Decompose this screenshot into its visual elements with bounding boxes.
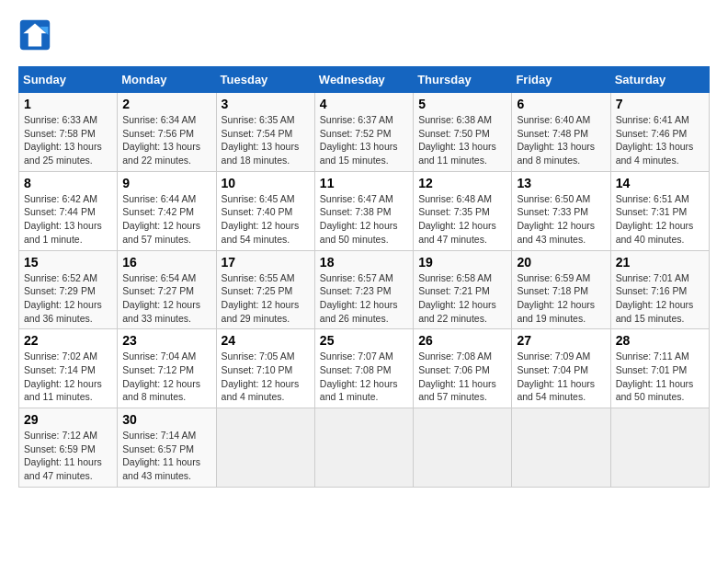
calendar-cell: 16 Sunrise: 6:54 AMSunset: 7:27 PMDaylig… bbox=[118, 250, 216, 329]
day-detail: Sunrise: 7:11 AMSunset: 7:01 PMDaylight:… bbox=[616, 350, 694, 402]
day-number: 19 bbox=[418, 255, 506, 270]
day-number: 29 bbox=[24, 412, 112, 427]
calendar-cell: 19 Sunrise: 6:58 AMSunset: 7:21 PMDaylig… bbox=[414, 250, 512, 329]
calendar-cell: 29 Sunrise: 7:12 AMSunset: 6:59 PMDaylig… bbox=[19, 408, 118, 488]
calendar-week-row: 29 Sunrise: 7:12 AMSunset: 6:59 PMDaylig… bbox=[19, 408, 710, 488]
day-number: 18 bbox=[320, 255, 408, 270]
day-detail: Sunrise: 6:59 AMSunset: 7:18 PMDaylight:… bbox=[517, 272, 595, 324]
day-detail: Sunrise: 6:38 AMSunset: 7:50 PMDaylight:… bbox=[418, 114, 496, 166]
col-header-friday: Friday bbox=[512, 67, 610, 93]
day-detail: Sunrise: 6:47 AMSunset: 7:38 PMDaylight:… bbox=[320, 193, 398, 245]
day-detail: Sunrise: 6:48 AMSunset: 7:35 PMDaylight:… bbox=[418, 193, 496, 245]
calendar-cell: 27 Sunrise: 7:09 AMSunset: 7:04 PMDaylig… bbox=[512, 329, 610, 408]
col-header-monday: Monday bbox=[118, 67, 216, 93]
calendar-cell: 13 Sunrise: 6:50 AMSunset: 7:33 PMDaylig… bbox=[512, 171, 610, 250]
day-number: 26 bbox=[418, 333, 506, 348]
day-detail: Sunrise: 6:41 AMSunset: 7:46 PMDaylight:… bbox=[616, 114, 694, 166]
calendar-cell bbox=[414, 408, 512, 488]
day-number: 15 bbox=[24, 255, 112, 270]
day-number: 21 bbox=[616, 255, 704, 270]
day-number: 12 bbox=[418, 176, 506, 190]
calendar-cell: 25 Sunrise: 7:07 AMSunset: 7:08 PMDaylig… bbox=[314, 329, 413, 408]
calendar-cell: 1 Sunrise: 6:33 AMSunset: 7:58 PMDayligh… bbox=[19, 93, 118, 172]
day-number: 20 bbox=[517, 255, 605, 270]
day-detail: Sunrise: 7:12 AMSunset: 6:59 PMDaylight:… bbox=[24, 430, 102, 481]
day-number: 9 bbox=[122, 176, 210, 190]
day-number: 14 bbox=[616, 176, 704, 190]
calendar-cell: 22 Sunrise: 7:02 AMSunset: 7:14 PMDaylig… bbox=[19, 329, 118, 408]
day-detail: Sunrise: 6:35 AMSunset: 7:54 PMDaylight:… bbox=[222, 114, 300, 166]
calendar-week-row: 15 Sunrise: 6:52 AMSunset: 7:29 PMDaylig… bbox=[19, 250, 710, 329]
calendar-cell: 5 Sunrise: 6:38 AMSunset: 7:50 PMDayligh… bbox=[414, 93, 512, 172]
day-detail: Sunrise: 6:50 AMSunset: 7:33 PMDaylight:… bbox=[517, 193, 595, 245]
page-header bbox=[18, 18, 710, 52]
day-detail: Sunrise: 6:40 AMSunset: 7:48 PMDaylight:… bbox=[517, 114, 595, 166]
day-detail: Sunrise: 7:08 AMSunset: 7:06 PMDaylight:… bbox=[418, 350, 496, 402]
calendar-cell: 23 Sunrise: 7:04 AMSunset: 7:12 PMDaylig… bbox=[118, 329, 216, 408]
day-detail: Sunrise: 7:04 AMSunset: 7:12 PMDaylight:… bbox=[122, 350, 200, 402]
calendar-cell: 24 Sunrise: 7:05 AMSunset: 7:10 PMDaylig… bbox=[216, 329, 314, 408]
day-number: 4 bbox=[320, 97, 408, 111]
day-detail: Sunrise: 6:54 AMSunset: 7:27 PMDaylight:… bbox=[122, 272, 200, 324]
day-number: 7 bbox=[616, 97, 704, 111]
day-number: 27 bbox=[517, 333, 605, 348]
calendar-cell: 12 Sunrise: 6:48 AMSunset: 7:35 PMDaylig… bbox=[414, 171, 512, 250]
day-detail: Sunrise: 7:05 AMSunset: 7:10 PMDaylight:… bbox=[222, 350, 300, 402]
day-detail: Sunrise: 6:37 AMSunset: 7:52 PMDaylight:… bbox=[320, 114, 398, 166]
calendar-cell: 28 Sunrise: 7:11 AMSunset: 7:01 PMDaylig… bbox=[610, 329, 709, 408]
calendar-week-row: 8 Sunrise: 6:42 AMSunset: 7:44 PMDayligh… bbox=[19, 171, 710, 250]
day-detail: Sunrise: 6:55 AMSunset: 7:25 PMDaylight:… bbox=[222, 272, 300, 324]
calendar-cell: 15 Sunrise: 6:52 AMSunset: 7:29 PMDaylig… bbox=[19, 250, 118, 329]
day-detail: Sunrise: 6:58 AMSunset: 7:21 PMDaylight:… bbox=[418, 272, 496, 324]
calendar-cell: 4 Sunrise: 6:37 AMSunset: 7:52 PMDayligh… bbox=[314, 93, 413, 172]
day-number: 13 bbox=[517, 176, 605, 190]
col-header-tuesday: Tuesday bbox=[216, 67, 314, 93]
calendar-cell: 11 Sunrise: 6:47 AMSunset: 7:38 PMDaylig… bbox=[314, 171, 413, 250]
logo bbox=[18, 18, 55, 52]
calendar-cell bbox=[512, 408, 610, 488]
day-detail: Sunrise: 6:57 AMSunset: 7:23 PMDaylight:… bbox=[320, 272, 398, 324]
calendar-cell: 17 Sunrise: 6:55 AMSunset: 7:25 PMDaylig… bbox=[216, 250, 314, 329]
day-number: 8 bbox=[24, 176, 112, 190]
day-number: 30 bbox=[122, 412, 210, 427]
day-number: 11 bbox=[320, 176, 408, 190]
calendar-cell: 21 Sunrise: 7:01 AMSunset: 7:16 PMDaylig… bbox=[610, 250, 709, 329]
day-number: 3 bbox=[222, 97, 310, 111]
calendar-cell: 30 Sunrise: 7:14 AMSunset: 6:57 PMDaylig… bbox=[118, 408, 216, 488]
calendar-cell bbox=[610, 408, 709, 488]
calendar-cell: 7 Sunrise: 6:41 AMSunset: 7:46 PMDayligh… bbox=[610, 93, 709, 172]
calendar-cell: 10 Sunrise: 6:45 AMSunset: 7:40 PMDaylig… bbox=[216, 171, 314, 250]
day-number: 10 bbox=[222, 176, 310, 190]
day-detail: Sunrise: 7:01 AMSunset: 7:16 PMDaylight:… bbox=[616, 272, 694, 324]
calendar-table: SundayMondayTuesdayWednesdayThursdayFrid… bbox=[18, 66, 710, 488]
day-detail: Sunrise: 7:14 AMSunset: 6:57 PMDaylight:… bbox=[122, 430, 200, 481]
calendar-cell bbox=[314, 408, 413, 488]
day-detail: Sunrise: 7:09 AMSunset: 7:04 PMDaylight:… bbox=[517, 350, 595, 402]
day-number: 2 bbox=[122, 97, 210, 111]
day-number: 16 bbox=[122, 255, 210, 270]
calendar-header-row: SundayMondayTuesdayWednesdayThursdayFrid… bbox=[19, 67, 710, 93]
calendar-cell: 8 Sunrise: 6:42 AMSunset: 7:44 PMDayligh… bbox=[19, 171, 118, 250]
day-number: 24 bbox=[222, 333, 310, 348]
day-number: 6 bbox=[517, 97, 605, 111]
col-header-saturday: Saturday bbox=[610, 67, 709, 93]
col-header-wednesday: Wednesday bbox=[314, 67, 413, 93]
day-detail: Sunrise: 6:44 AMSunset: 7:42 PMDaylight:… bbox=[122, 193, 200, 245]
calendar-cell: 26 Sunrise: 7:08 AMSunset: 7:06 PMDaylig… bbox=[414, 329, 512, 408]
col-header-thursday: Thursday bbox=[414, 67, 512, 93]
day-detail: Sunrise: 6:52 AMSunset: 7:29 PMDaylight:… bbox=[24, 272, 102, 324]
day-detail: Sunrise: 7:07 AMSunset: 7:08 PMDaylight:… bbox=[320, 350, 398, 402]
calendar-week-row: 1 Sunrise: 6:33 AMSunset: 7:58 PMDayligh… bbox=[19, 93, 710, 172]
day-number: 17 bbox=[222, 255, 310, 270]
day-detail: Sunrise: 6:51 AMSunset: 7:31 PMDaylight:… bbox=[616, 193, 694, 245]
calendar-cell: 3 Sunrise: 6:35 AMSunset: 7:54 PMDayligh… bbox=[216, 93, 314, 172]
day-detail: Sunrise: 6:45 AMSunset: 7:40 PMDaylight:… bbox=[222, 193, 300, 245]
col-header-sunday: Sunday bbox=[19, 67, 118, 93]
calendar-cell: 2 Sunrise: 6:34 AMSunset: 7:56 PMDayligh… bbox=[118, 93, 216, 172]
calendar-cell: 6 Sunrise: 6:40 AMSunset: 7:48 PMDayligh… bbox=[512, 93, 610, 172]
calendar-cell: 9 Sunrise: 6:44 AMSunset: 7:42 PMDayligh… bbox=[118, 171, 216, 250]
day-detail: Sunrise: 6:34 AMSunset: 7:56 PMDaylight:… bbox=[122, 114, 200, 166]
day-number: 1 bbox=[24, 97, 112, 111]
day-detail: Sunrise: 7:02 AMSunset: 7:14 PMDaylight:… bbox=[24, 350, 102, 402]
day-detail: Sunrise: 6:42 AMSunset: 7:44 PMDaylight:… bbox=[24, 193, 102, 245]
